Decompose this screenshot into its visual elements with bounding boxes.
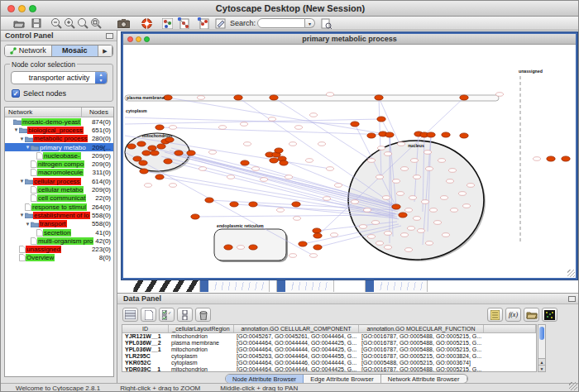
endoplasmic-reticulum-region[interactable] (214, 229, 286, 261)
gene-node[interactable] (318, 142, 326, 146)
gene-node[interactable] (323, 197, 331, 201)
column-header[interactable]: annotation.GO MOLECULAR_FUNCTION (359, 325, 484, 332)
tree-col-network[interactable]: Network (8, 108, 32, 116)
gene-node[interactable] (441, 196, 448, 200)
gene-node[interactable] (451, 208, 458, 213)
gene-node[interactable] (331, 233, 338, 237)
expand-arrow-icon[interactable]: ▼ (19, 136, 25, 141)
selected-gene-node[interactable] (427, 132, 435, 137)
table-row[interactable]: YDR039C__1mitochondrion[GO:0044464, GO:0… (122, 366, 536, 372)
select-nodes-checkbox[interactable]: ✓ Select nodes (12, 89, 66, 98)
column-header[interactable]: annotation.GO CELLULAR_COMPONENT (234, 325, 359, 332)
tree-row[interactable]: multi-organism pro42(0) (5, 237, 113, 245)
selected-gene-node[interactable] (375, 95, 383, 100)
selected-gene-node[interactable] (385, 132, 394, 137)
zoom-fit-icon[interactable] (76, 17, 89, 29)
gene-node[interactable] (261, 178, 268, 182)
selected-gene-node[interactable] (142, 151, 151, 155)
selected-gene-node[interactable] (157, 144, 165, 149)
selected-gene-node[interactable] (164, 95, 172, 100)
gene-node[interactable] (414, 175, 421, 179)
selected-gene-node[interactable] (460, 95, 468, 100)
minimized-window-strip[interactable] (199, 280, 270, 292)
column-header[interactable]: ID (122, 325, 169, 332)
column-header[interactable]: _cellularLayoutRegion (169, 325, 234, 332)
selected-gene-node[interactable] (224, 245, 232, 250)
selected-gene-node[interactable] (275, 148, 283, 153)
gene-node[interactable] (277, 208, 285, 213)
expand-arrow-icon[interactable]: ▼ (13, 127, 19, 132)
gene-node[interactable] (327, 167, 334, 171)
gene-node[interactable] (411, 159, 419, 163)
table-row[interactable]: YKR052Ccytoplasm[GO:0044464, GO:0044446,… (122, 360, 536, 366)
selected-gene-node[interactable] (460, 133, 468, 138)
tab-mosaic[interactable]: Mosaic (52, 45, 99, 56)
gene-node[interactable] (252, 167, 260, 171)
selected-gene-node[interactable] (270, 158, 278, 163)
gene-node[interactable] (405, 208, 413, 213)
gene-node[interactable] (372, 221, 380, 225)
gene-node[interactable] (170, 184, 177, 188)
network-view-icon-2[interactable] (176, 17, 189, 29)
tree-row[interactable]: ▼cellular process614(0) (5, 177, 113, 185)
zoom-out-icon[interactable] (50, 17, 63, 29)
float-panel-icon[interactable] (568, 296, 576, 302)
tree-row[interactable]: ▼establishment of lo558(0) (5, 211, 113, 219)
gene-node[interactable] (383, 196, 390, 200)
selected-gene-node[interactable] (249, 245, 257, 250)
selected-gene-node[interactable] (139, 160, 147, 165)
gene-node[interactable] (408, 227, 415, 231)
gene-node[interactable] (467, 184, 475, 188)
snapshot-camera-icon[interactable] (117, 17, 130, 29)
gene-node[interactable] (418, 229, 425, 233)
gene-node[interactable] (306, 159, 313, 163)
selected-gene-node[interactable] (205, 198, 213, 203)
gene-node[interactable] (438, 159, 446, 163)
save-session-icon[interactable] (30, 17, 43, 29)
network-view-icon-1[interactable] (160, 17, 174, 29)
gene-node[interactable] (219, 126, 227, 130)
gene-node[interactable] (241, 122, 248, 127)
selected-gene-node[interactable] (127, 144, 136, 149)
search-input[interactable] (257, 18, 305, 28)
selected-gene-node[interactable] (292, 202, 300, 207)
selected-gene-node[interactable] (270, 95, 278, 100)
gene-node[interactable] (397, 192, 404, 196)
gene-node[interactable] (393, 179, 400, 184)
attribute-table[interactable]: ID_cellularLayoutRegionannotation.GO CEL… (122, 324, 537, 372)
matrix-view-icon[interactable] (542, 308, 557, 322)
selected-gene-node[interactable] (133, 156, 141, 161)
selected-gene-node[interactable] (299, 241, 307, 246)
gene-node[interactable] (209, 151, 217, 155)
selected-gene-node[interactable] (148, 146, 156, 151)
node-color-dropdown[interactable]: transporter activity ▲▼ (11, 71, 108, 84)
gene-node[interactable] (295, 126, 303, 130)
network-edge[interactable] (125, 119, 381, 124)
tree-row[interactable]: macromolecule311(0) (5, 169, 113, 177)
attribute-table-header[interactable]: ID_cellularLayoutRegionannotation.GO CEL… (122, 325, 536, 333)
tree-col-nodes[interactable]: Nodes (89, 108, 108, 116)
expand-arrow-icon[interactable]: ▼ (25, 145, 31, 150)
tree-row[interactable]: cell communicat22(0) (5, 194, 113, 203)
minimized-window-strip[interactable] (365, 280, 428, 292)
search-dropdown-icon[interactable]: ▾ (305, 18, 315, 28)
gene-node[interactable] (368, 235, 376, 239)
gene-node[interactable] (426, 167, 433, 171)
tab-edge-attribute-browser[interactable]: Edge Attribute Browser (304, 375, 381, 383)
gene-node[interactable] (426, 241, 433, 246)
tree-row[interactable]: secretion41(0) (5, 228, 113, 237)
gene-node[interactable] (227, 175, 235, 179)
gene-node[interactable] (170, 126, 177, 130)
gene-node[interactable] (385, 246, 392, 250)
gene-node[interactable] (449, 169, 457, 173)
table-row[interactable]: YLR295Ccytoplasm[GO:0045263, GO:0044464,… (122, 353, 536, 360)
tree-row[interactable]: cellular metabo209(0) (5, 185, 113, 194)
expand-arrow-icon[interactable]: ▼ (25, 222, 31, 227)
gene-node[interactable] (430, 208, 438, 213)
selected-gene-node[interactable] (175, 151, 183, 155)
selected-gene-node[interactable] (377, 117, 385, 122)
gene-node[interactable] (534, 157, 541, 161)
table-row[interactable]: YJR121W__1mitochondrion[GO:0045267, GO:0… (122, 333, 536, 340)
gene-node[interactable] (385, 232, 392, 236)
selected-gene-node[interactable] (547, 156, 555, 161)
